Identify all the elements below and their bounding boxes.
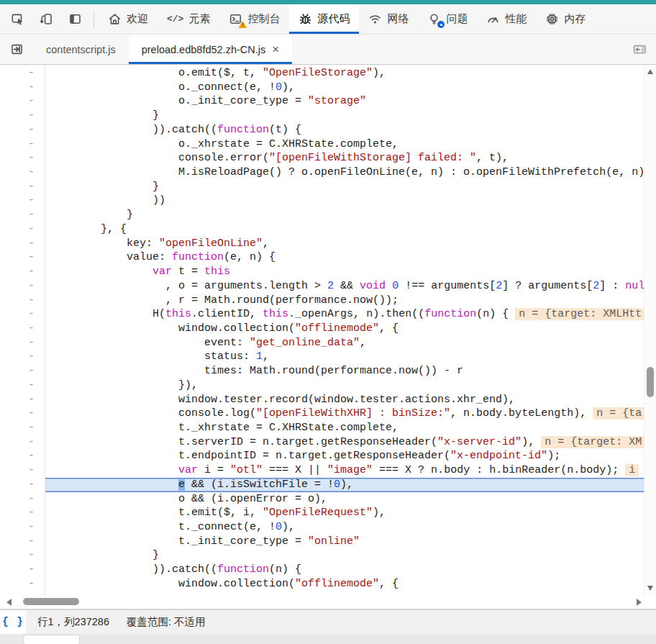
code-line[interactable]: - )).catch((function(t) { — [0, 123, 644, 137]
tab-console[interactable]: 控制台 — [219, 4, 289, 34]
code-line[interactable]: - } — [0, 208, 644, 222]
code-line[interactable]: - }, { — [0, 222, 644, 237]
gutter-marker[interactable]: - — [0, 435, 45, 450]
gutter-marker[interactable]: - — [0, 66, 45, 81]
gutter-marker[interactable]: - — [0, 94, 45, 109]
code-line[interactable]: - } — [0, 180, 644, 194]
collapse-panel-button[interactable] — [623, 35, 656, 64]
device-toolbar-button[interactable] — [32, 4, 60, 34]
code-line[interactable]: - t._xhrstate = C.XHRState.complete, — [0, 421, 644, 435]
code-line[interactable]: - t._connect(e, !0), — [0, 520, 644, 535]
gutter-marker[interactable]: - — [0, 407, 45, 421]
gutter-marker[interactable]: - — [0, 393, 45, 407]
code-line[interactable]: - o.emit($, t, "OpenFileStorage"), — [0, 66, 644, 81]
gutter-marker[interactable]: - — [0, 294, 45, 308]
gutter-marker[interactable]: - — [0, 322, 45, 336]
code-line-highlighted[interactable]: - e && (i.isSwitchFile = !0), — [0, 478, 644, 492]
code-line[interactable]: - event: "get_online_data", — [0, 336, 644, 350]
code-line[interactable]: - }), — [0, 378, 644, 393]
gutter-marker[interactable]: - — [0, 563, 45, 577]
toggle-navigator-button[interactable] — [0, 35, 33, 64]
code-line[interactable]: - )) — [0, 194, 644, 208]
code-line[interactable]: - var i = "otl" === X || "image" === X ?… — [0, 463, 644, 478]
gutter-marker[interactable]: - — [0, 350, 45, 364]
gutter-marker[interactable]: - — [0, 421, 45, 435]
tab-memory[interactable]: 内存 — [536, 4, 595, 34]
gutter-marker[interactable]: - — [0, 180, 45, 194]
activity-bar-button[interactable] — [60, 4, 89, 34]
horizontal-scrollbar[interactable] — [0, 595, 656, 609]
gutter-marker[interactable]: - — [0, 222, 45, 237]
gutter-marker[interactable]: - — [0, 109, 45, 123]
code-line[interactable]: - console.log("[openFileWithXHR] : binSi… — [0, 407, 644, 421]
gutter-marker[interactable]: - — [0, 449, 45, 463]
tab-network[interactable]: 网络 — [359, 4, 418, 34]
gutter-marker[interactable]: - — [0, 378, 45, 393]
scroll-up-icon[interactable] — [647, 69, 653, 74]
vertical-scrollbar[interactable] — [644, 65, 656, 595]
gutter-marker[interactable]: - — [0, 535, 45, 549]
code-line[interactable]: - t._init_core_type = "online" — [0, 535, 644, 549]
horizontal-scrollbar-thumb[interactable] — [23, 598, 79, 605]
code-line[interactable]: - t.endpointID = n.target.getResponseHea… — [0, 449, 644, 463]
code-line[interactable]: - console.error("[openFileWithStorage] f… — [0, 151, 644, 165]
scroll-right-icon[interactable] — [637, 599, 642, 606]
code-line[interactable]: - key: "openFileOnLine", — [0, 237, 644, 251]
code-line[interactable]: - o._init_core_type = "storage" — [0, 94, 644, 109]
code-line[interactable]: - window.collection("offlinemode", { — [0, 577, 644, 591]
scroll-down-icon[interactable] — [647, 586, 653, 591]
gutter-marker[interactable]: - — [0, 123, 45, 137]
gutter-marker[interactable]: - — [0, 165, 45, 180]
tab-performance[interactable]: 性能 — [477, 4, 536, 34]
code-line[interactable]: - o._xhrstate = C.XHRState.complete, — [0, 137, 644, 152]
gutter-marker[interactable]: - — [0, 307, 45, 322]
gutter-marker[interactable]: - — [0, 336, 45, 350]
gutter-marker[interactable]: - — [0, 208, 45, 222]
gutter-marker[interactable]: - — [0, 478, 45, 492]
code-line[interactable]: - H(this.clientID, this._openArgs, n).th… — [0, 307, 644, 322]
code-line[interactable]: - o._connect(e, !0), — [0, 81, 644, 95]
gutter-marker[interactable]: - — [0, 137, 45, 152]
vertical-scrollbar-thumb[interactable] — [647, 367, 654, 397]
code-line[interactable]: - times: Math.round(performance.now()) -… — [0, 364, 644, 378]
gutter-marker[interactable]: - — [0, 279, 45, 294]
code-line[interactable]: - } — [0, 548, 644, 563]
tab-issues[interactable]: 问题 — [418, 4, 477, 34]
gutter-marker[interactable]: - — [0, 237, 45, 251]
pretty-print-button[interactable]: { } — [0, 610, 26, 634]
source-editor[interactable]: - o.emit($, t, "OpenFileStorage"),- o._c… — [0, 65, 656, 595]
gutter-marker[interactable]: - — [0, 364, 45, 378]
code-line[interactable]: - t.serverID = n.target.getResponseHeade… — [0, 435, 644, 450]
gutter-marker[interactable]: - — [0, 463, 45, 478]
gutter-marker[interactable]: - — [0, 520, 45, 535]
code-line[interactable]: - t.emit($, i, "OpenFileRequest"), — [0, 506, 644, 520]
code-line[interactable]: - status: 1, — [0, 350, 644, 364]
gutter-marker[interactable]: - — [0, 265, 45, 279]
tab-elements[interactable]: </> 元素 — [158, 4, 219, 34]
gutter-marker[interactable]: - — [0, 194, 45, 208]
gutter-marker[interactable]: - — [0, 506, 45, 520]
gutter-marker[interactable]: - — [0, 81, 45, 95]
scroll-left-icon[interactable] — [6, 599, 12, 606]
file-tab-contentscript[interactable]: contentscript.js — [33, 35, 129, 64]
code-line[interactable]: - var t = this — [0, 265, 644, 279]
code-line[interactable]: - )).catch((function(n) { — [0, 563, 644, 577]
file-tab-preload[interactable]: preload.edb8fd52.zh-CN.js × — [129, 35, 292, 64]
code-line[interactable]: - window.collection("offlinemode", { — [0, 322, 644, 336]
gutter-marker[interactable]: - — [0, 250, 45, 265]
code-line[interactable]: - o && (i.openError = o), — [0, 492, 644, 507]
tab-sources[interactable]: 源代码 — [289, 4, 359, 34]
gutter-marker[interactable]: - — [0, 548, 45, 563]
code-line[interactable]: - , r = Math.round(performance.now()); — [0, 294, 644, 308]
code-line[interactable]: - window.tester.record(window.tester.act… — [0, 393, 644, 407]
gutter-marker[interactable]: - — [0, 577, 45, 591]
code-line[interactable]: - value: function(e, n) { — [0, 250, 644, 265]
gutter-marker[interactable]: - — [0, 492, 45, 507]
gutter-marker[interactable]: - — [0, 151, 45, 165]
tab-welcome[interactable]: 欢迎 — [99, 4, 158, 34]
code-line[interactable]: - M.isReloadPage() ? o.openFileOnLine(e,… — [0, 165, 644, 180]
code-line[interactable]: - , o = arguments.length > 2 && void 0 !… — [0, 279, 644, 294]
inspect-element-button[interactable] — [3, 4, 32, 34]
close-icon[interactable]: × — [272, 43, 279, 55]
code-line[interactable]: - } — [0, 109, 644, 123]
